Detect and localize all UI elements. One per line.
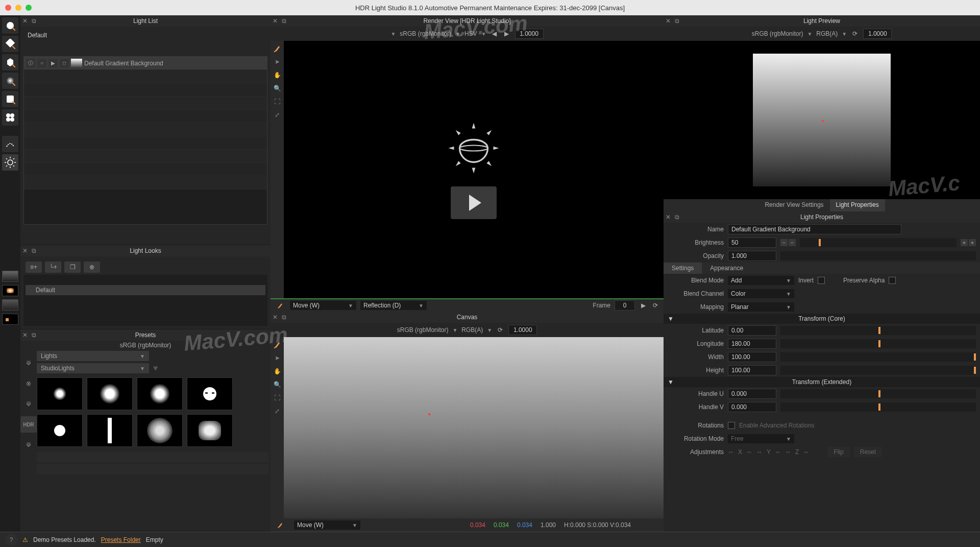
favorite-icon[interactable]: ♥	[153, 364, 158, 373]
close-icon[interactable]: ✕	[22, 247, 30, 254]
section-ext[interactable]: ▼Transform (Extended)	[664, 377, 980, 387]
height-input[interactable]	[728, 365, 776, 375]
plus-btn[interactable]: +	[969, 239, 976, 246]
transform-tool-dropdown[interactable]: Move (W)▼	[290, 301, 356, 310]
close-icon[interactable]: ✕	[273, 314, 280, 321]
prev-btn[interactable]: ◀	[491, 29, 499, 38]
light-row[interactable]: ⓘ ○ ▶ □ Default Gradient Background	[24, 57, 267, 70]
preset-thumb[interactable]	[87, 377, 133, 410]
render-exposure[interactable]	[515, 29, 544, 39]
add-folder-btn[interactable]: └+	[45, 261, 61, 273]
add-look-btn[interactable]: ≡+	[26, 261, 42, 273]
minimize-window-btn[interactable]	[15, 5, 21, 11]
fit-tool[interactable]: ⛶	[272, 392, 283, 403]
brightness-input[interactable]	[728, 237, 776, 248]
expand-tool[interactable]: ⤢	[272, 406, 283, 417]
blend-channel-select[interactable]: Color▼	[728, 289, 794, 298]
axis-x[interactable]: X	[738, 448, 742, 456]
close-icon[interactable]: ✕	[273, 17, 280, 25]
brightness-slider[interactable]	[800, 238, 957, 247]
canvas-channels[interactable]: RGB(A)	[461, 326, 483, 334]
preset-thumb[interactable]	[137, 414, 183, 447]
canvas-viewport[interactable]	[284, 337, 664, 518]
preserve-alpha-checkbox[interactable]	[889, 277, 896, 284]
hand-tool[interactable]: ✋	[272, 69, 283, 81]
preview-channels[interactable]: RGB(A)	[816, 30, 838, 37]
popout-icon[interactable]: ⧉	[32, 331, 39, 339]
plus-btn[interactable]: +	[961, 239, 968, 246]
preview-viewport[interactable]	[664, 41, 980, 199]
refresh-btn[interactable]: ⟳	[496, 325, 504, 335]
width-input[interactable]	[728, 352, 776, 362]
blend-mode-select[interactable]: Add▼	[728, 276, 794, 285]
close-icon[interactable]: ✕	[22, 17, 30, 25]
zoom-tool[interactable]: 🔍	[272, 379, 283, 390]
popout-icon[interactable]: ⧉	[282, 314, 289, 321]
brush-tool[interactable]	[272, 43, 283, 54]
pointer-tool[interactable]: ➤	[272, 56, 283, 67]
rotation-mode-select[interactable]: Free▼	[728, 434, 794, 443]
name-input[interactable]	[728, 224, 901, 234]
close-icon[interactable]: ✕	[666, 213, 673, 221]
scene-name[interactable]: Default	[23, 30, 267, 41]
popout-icon[interactable]: ⧉	[675, 213, 682, 221]
loop-btn[interactable]: ⟳	[651, 301, 659, 310]
tool-sun[interactable]	[2, 154, 18, 171]
longitude-input[interactable]	[728, 339, 776, 349]
canvas-colorspace[interactable]: sRGB (rgbMonitor)	[397, 326, 449, 334]
look-item[interactable]: Default	[26, 285, 265, 295]
light-name[interactable]: Default Gradient Background	[84, 60, 163, 67]
popout-icon[interactable]: ⧉	[282, 17, 289, 25]
flip-button[interactable]: Flip	[827, 447, 849, 457]
mapping-select[interactable]: Planar▼	[728, 302, 794, 312]
solo-icon[interactable]: ▶	[48, 59, 58, 68]
duplicate-look-btn[interactable]: ❐	[64, 261, 81, 273]
dock-thumb-4[interactable]	[2, 314, 18, 325]
brush-tool[interactable]	[272, 339, 283, 350]
preset-thumb[interactable]	[87, 414, 133, 447]
preset-subcategory-dropdown[interactable]: StudioLights▼	[37, 363, 149, 373]
next-btn[interactable]: ▶	[503, 29, 511, 38]
latitude-input[interactable]	[728, 325, 776, 336]
tool-flat-light[interactable]	[2, 91, 18, 107]
tool-arc[interactable]	[2, 136, 18, 152]
tool-rect-light[interactable]	[2, 36, 18, 52]
height-slider[interactable]	[780, 366, 976, 375]
info-icon[interactable]: ⓘ	[26, 59, 35, 68]
handle-v-input[interactable]	[728, 402, 776, 412]
refresh-btn[interactable]: ⟳	[851, 29, 859, 38]
dock-thumb-2[interactable]	[2, 285, 18, 296]
axis-y[interactable]: Y	[767, 448, 771, 456]
maximize-window-btn[interactable]	[26, 5, 32, 11]
handle-v-slider[interactable]	[780, 402, 976, 412]
render-mode[interactable]: HSV	[464, 30, 477, 37]
delete-look-btn[interactable]: ⊗	[84, 261, 100, 273]
opacity-slider[interactable]	[780, 251, 976, 260]
axis-z[interactable]: Z	[795, 448, 799, 456]
preset-thumb[interactable]	[137, 377, 183, 410]
presets-folder-link[interactable]: Presets Folder	[101, 536, 141, 543]
invert-checkbox[interactable]	[818, 277, 825, 284]
hand-tool[interactable]: ✋	[272, 366, 283, 377]
reset-button[interactable]: Reset	[854, 447, 882, 457]
popout-icon[interactable]: ⧉	[32, 247, 39, 254]
settings-tab[interactable]: Settings	[664, 263, 702, 274]
play-frame-btn[interactable]: ▶	[639, 301, 647, 310]
preset-category-dropdown[interactable]: Lights▼	[37, 351, 149, 361]
preset-thumb[interactable]	[37, 414, 83, 447]
expand-tool[interactable]: ⤢	[272, 109, 283, 121]
handle-u-slider[interactable]	[780, 389, 976, 398]
preview-colorspace[interactable]: sRGB (rgbMonitor)	[752, 30, 803, 37]
close-window-btn[interactable]	[5, 5, 11, 11]
width-slider[interactable]	[780, 352, 976, 362]
help-button[interactable]: ?	[5, 534, 17, 546]
pointer-tool[interactable]: ➤	[272, 352, 283, 364]
minus-btn[interactable]: −	[780, 239, 788, 246]
popout-icon[interactable]: ⧉	[32, 17, 39, 25]
lock-icon[interactable]: □	[60, 59, 69, 68]
appearance-tab[interactable]: Appearance	[702, 263, 751, 274]
fit-tool[interactable]: ⛶	[272, 96, 283, 107]
canvas-tool-dropdown[interactable]: Move (W)▼	[294, 520, 360, 530]
visibility-icon[interactable]: ○	[37, 59, 46, 68]
close-icon[interactable]: ✕	[22, 331, 30, 339]
